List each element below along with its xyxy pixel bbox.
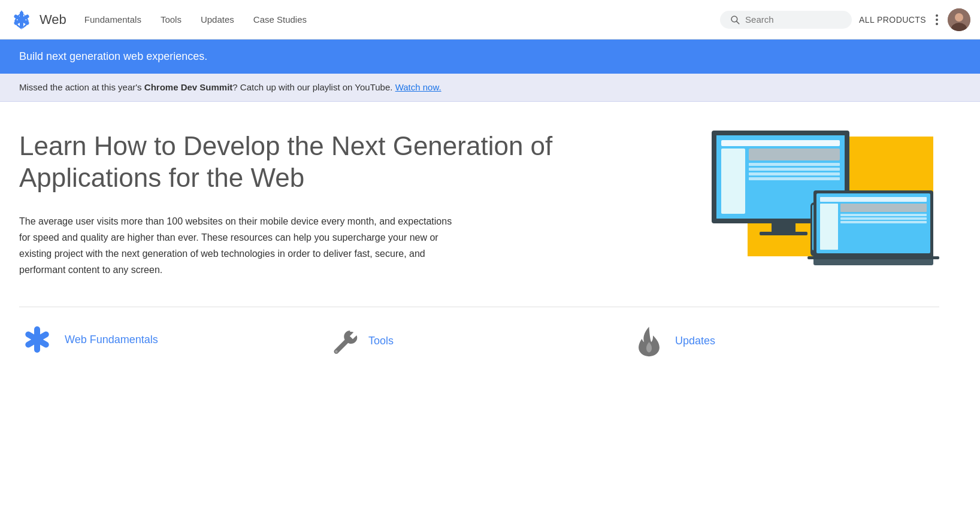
category-web-fundamentals[interactable]: Web Fundamentals xyxy=(19,322,326,357)
category-updates[interactable]: Updates xyxy=(633,325,939,357)
laptop-screen xyxy=(816,193,930,253)
search-input[interactable] xyxy=(745,14,842,25)
laptop-screen-area xyxy=(813,190,933,256)
more-dot-3 xyxy=(936,23,938,25)
main-content: Learn How to Develop the Next Generation… xyxy=(0,102,958,381)
all-products-button[interactable]: ALL PRODUCTS xyxy=(859,15,926,25)
more-options-button[interactable] xyxy=(933,12,940,28)
monitor-line-3 xyxy=(749,172,840,175)
announcement-suffix: ? Catch up with our playlist on YouTube. xyxy=(232,82,395,92)
avatar[interactable] xyxy=(948,8,970,31)
hero-illustration xyxy=(712,131,939,268)
announcement-bar: Missed the action at this year's Chrome … xyxy=(0,74,980,102)
laptop-line-2 xyxy=(840,217,927,220)
search-area[interactable] xyxy=(720,11,852,29)
laptop xyxy=(813,190,933,268)
monitor-bar-1 xyxy=(721,140,840,146)
category-label-updates[interactable]: Updates xyxy=(675,335,715,347)
nav-links: Fundamentals Tools Updates Case Studies xyxy=(84,12,720,27)
hero-heading: Learn How to Develop the Next Generation… xyxy=(19,131,688,194)
hero-body: The average user visits more than 100 we… xyxy=(19,213,462,278)
laptop-base xyxy=(813,259,933,265)
laptop-main xyxy=(840,204,927,250)
laptop-card xyxy=(840,204,927,212)
announcement-bold: Chrome Dev Summit xyxy=(144,82,233,92)
laptop-content xyxy=(820,204,927,250)
nav-link-updates[interactable]: Updates xyxy=(201,12,234,27)
monitor-stand xyxy=(772,223,796,232)
monitor-line-1 xyxy=(749,163,840,166)
tools-icon xyxy=(326,325,359,357)
logo-text: Web xyxy=(40,12,66,28)
monitor-sidebar xyxy=(721,149,745,214)
svg-line-4 xyxy=(737,21,739,23)
category-tools[interactable]: Tools xyxy=(326,325,633,357)
announcement-text: Missed the action at this year's Chrome … xyxy=(19,82,441,92)
svg-point-6 xyxy=(955,13,963,22)
nav-link-case-studies[interactable]: Case Studies xyxy=(253,12,307,27)
monitor-line-4 xyxy=(749,177,840,180)
logo-area[interactable]: Web xyxy=(10,8,66,32)
laptop-line-1 xyxy=(840,214,927,216)
nav-link-fundamentals[interactable]: Fundamentals xyxy=(84,12,141,27)
laptop-bar-1 xyxy=(820,197,927,202)
laptop-line-3 xyxy=(840,221,927,223)
web-logo-icon xyxy=(10,8,34,32)
category-label-tools[interactable]: Tools xyxy=(368,335,394,347)
svg-point-11 xyxy=(335,350,338,353)
device-illustration xyxy=(712,131,933,268)
laptop-lines xyxy=(840,214,927,250)
hero-banner-text: Build next generation web experiences. xyxy=(19,50,207,62)
hero-banner: Build next generation web experiences. xyxy=(0,40,980,74)
categories: Web Fundamentals Tools Updates xyxy=(19,307,939,357)
hero-section: Learn How to Develop the Next Generation… xyxy=(19,131,939,278)
monitor-base xyxy=(760,232,807,235)
monitor-card xyxy=(749,149,840,160)
more-dot-2 xyxy=(936,19,938,21)
more-dot-1 xyxy=(936,14,938,17)
announcement-link[interactable]: Watch now. xyxy=(395,82,441,92)
updates-icon xyxy=(633,325,666,357)
nav-link-tools[interactable]: Tools xyxy=(161,12,182,27)
announcement-prefix: Missed the action at this year's xyxy=(19,82,144,92)
category-label-web-fundamentals[interactable]: Web Fundamentals xyxy=(65,334,158,346)
avatar-image xyxy=(948,8,970,31)
laptop-sidebar xyxy=(820,204,838,250)
web-fundamentals-icon xyxy=(19,322,55,357)
nav-right: ALL PRODUCTS xyxy=(720,8,970,31)
navbar: Web Fundamentals Tools Updates Case Stud… xyxy=(0,0,980,40)
search-icon xyxy=(730,14,740,25)
monitor-line-2 xyxy=(749,168,840,171)
hero-left: Learn How to Develop the Next Generation… xyxy=(19,131,688,278)
